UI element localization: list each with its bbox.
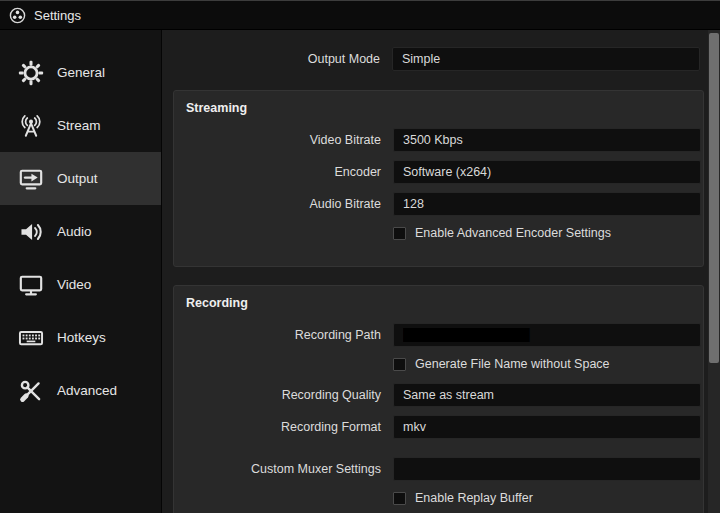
advanced-encoder-checkbox[interactable] xyxy=(393,227,406,240)
sidebar-item-label: Stream xyxy=(57,118,101,133)
settings-content: Output Mode Simple Streaming Video Bitra… xyxy=(163,30,708,513)
recording-quality-value: Same as stream xyxy=(403,388,494,402)
encoder-label: Encoder xyxy=(174,165,387,179)
keyboard-icon xyxy=(17,324,44,351)
replay-buffer-checkbox[interactable] xyxy=(393,492,406,505)
output-mode-value: Simple xyxy=(402,52,440,66)
recording-quality-label: Recording Quality xyxy=(174,388,387,402)
sidebar-item-video[interactable]: Video xyxy=(0,258,161,311)
monitor-arrow-icon xyxy=(17,165,44,192)
custom-muxer-input[interactable] xyxy=(393,457,701,481)
recording-format-select[interactable]: mkv xyxy=(393,415,701,439)
output-mode-select[interactable]: Simple xyxy=(392,47,700,71)
video-bitrate-input[interactable] xyxy=(393,128,701,152)
encoder-value: Software (x264) xyxy=(403,165,491,179)
sidebar-item-advanced[interactable]: Advanced xyxy=(0,364,161,417)
monitor-icon xyxy=(17,271,44,298)
speaker-icon xyxy=(17,218,44,245)
recording-group-title: Recording xyxy=(174,295,703,322)
streaming-group: Streaming Video Bitrate Encoder Software… xyxy=(173,90,704,267)
recording-format-row: Recording Format mkv xyxy=(174,414,703,440)
sidebar-item-label: Video xyxy=(57,277,91,292)
sidebar-item-label: Hotkeys xyxy=(57,330,106,345)
sidebar-item-output[interactable]: Output xyxy=(0,152,161,205)
no-space-checkbox-label: Generate File Name without Space xyxy=(415,357,610,371)
encoder-select[interactable]: Software (x264) xyxy=(393,160,701,184)
sidebar-item-stream[interactable]: Stream xyxy=(0,99,161,152)
titlebar: Settings xyxy=(0,0,720,30)
sidebar-item-hotkeys[interactable]: Hotkeys xyxy=(0,311,161,364)
no-space-checkbox[interactable] xyxy=(393,358,406,371)
sidebar-item-label: Audio xyxy=(57,224,92,239)
sidebar-item-audio[interactable]: Audio xyxy=(0,205,161,258)
obs-logo-icon xyxy=(9,7,26,24)
custom-muxer-label: Custom Muxer Settings xyxy=(174,462,387,476)
gear-icon xyxy=(17,59,44,86)
tools-icon xyxy=(17,377,44,404)
recording-quality-row: Recording Quality Same as stream xyxy=(174,382,703,408)
advanced-encoder-checkbox-label: Enable Advanced Encoder Settings xyxy=(415,226,611,240)
video-bitrate-row: Video Bitrate xyxy=(174,127,703,153)
recording-path-label: Recording Path xyxy=(174,328,387,342)
replay-buffer-row: Enable Replay Buffer xyxy=(393,488,703,508)
replay-buffer-checkbox-label: Enable Replay Buffer xyxy=(415,491,533,505)
streaming-group-title: Streaming xyxy=(174,100,703,127)
advanced-encoder-row: Enable Advanced Encoder Settings xyxy=(393,223,703,243)
scrollbar-thumb[interactable] xyxy=(709,33,719,363)
audio-bitrate-row: Audio Bitrate 128 xyxy=(174,191,703,217)
sidebar: General Stream xyxy=(0,30,162,513)
audio-bitrate-value: 128 xyxy=(403,197,424,211)
no-space-row: Generate File Name without Space xyxy=(393,354,703,374)
vertical-scrollbar[interactable] xyxy=(708,30,720,513)
recording-group: Recording Recording Path Generate File N… xyxy=(173,285,704,513)
audio-bitrate-label: Audio Bitrate xyxy=(174,197,387,211)
antenna-icon xyxy=(17,112,44,139)
window-title: Settings xyxy=(34,8,81,23)
custom-muxer-row: Custom Muxer Settings xyxy=(174,456,703,482)
output-mode-label: Output Mode xyxy=(173,52,386,66)
recording-format-label: Recording Format xyxy=(174,420,387,434)
settings-window: Settings xyxy=(0,0,720,513)
recording-quality-select[interactable]: Same as stream xyxy=(393,383,701,407)
video-bitrate-label: Video Bitrate xyxy=(174,133,387,147)
recording-format-value: mkv xyxy=(403,420,426,434)
recording-path-input[interactable] xyxy=(393,323,701,347)
encoder-row: Encoder Software (x264) xyxy=(174,159,703,185)
output-mode-row: Output Mode Simple xyxy=(173,46,708,72)
sidebar-item-general[interactable]: General xyxy=(0,46,161,99)
sidebar-item-label: General xyxy=(57,65,105,80)
audio-bitrate-select[interactable]: 128 xyxy=(393,192,701,216)
sidebar-item-label: Output xyxy=(57,171,98,186)
sidebar-item-label: Advanced xyxy=(57,383,117,398)
recording-path-row: Recording Path xyxy=(174,322,703,348)
